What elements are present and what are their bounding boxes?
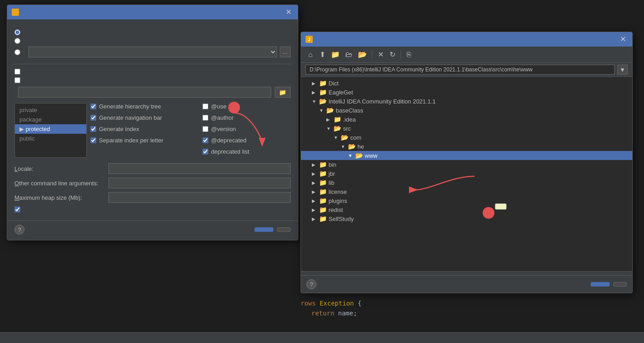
javadoc-close-button[interactable]: ✕: [284, 8, 293, 17]
locale-row: Locale:: [14, 163, 291, 174]
link-jdk-checkbox[interactable]: [14, 77, 20, 83]
include-jdk-checkbox[interactable]: [14, 69, 20, 75]
status-bar: [0, 332, 644, 343]
browse-ok-button[interactable]: [591, 282, 610, 287]
javadoc-ok-button[interactable]: [254, 227, 273, 232]
tree-label-jbr: jbr: [329, 170, 335, 177]
visibility-list[interactable]: private package protected public: [14, 103, 87, 158]
gen-index-checkbox[interactable]: [90, 126, 96, 132]
custom-scope-select[interactable]: [28, 47, 277, 57]
checks-col-2: @use @author @version @deprecated deprec…: [202, 103, 293, 158]
use-row: @use: [202, 103, 293, 110]
deprecated-list-label: deprecated list: [211, 148, 249, 155]
tree-label-bin: bin: [329, 161, 336, 168]
tree-arrow-idea: ▶: [326, 117, 332, 122]
output-dir-input[interactable]: [18, 87, 271, 98]
open-browser-row: [14, 207, 291, 212]
delete-button[interactable]: ✕: [376, 49, 385, 60]
link-jdk-row: [14, 77, 291, 83]
tree-item-plugins[interactable]: ▶ 📁 plugins: [301, 196, 632, 205]
folder-icon-www: 📂: [355, 152, 363, 159]
tree-label-com: com: [350, 134, 362, 141]
return-keyword: return: [311, 310, 338, 317]
tree-arrow-he: ▼: [341, 144, 346, 149]
tree-item-redist[interactable]: ▶ 📁 redist: [301, 205, 632, 214]
up-button[interactable]: ⬆: [317, 49, 327, 60]
author-checkbox[interactable]: [202, 115, 208, 121]
tree-item-dict[interactable]: ▶ 📁 Dict: [301, 79, 632, 88]
folder-icon-com: 📂: [341, 134, 348, 141]
tree-item-www[interactable]: ▼ 📂 www: [301, 151, 632, 160]
tree-item-idea[interactable]: ▶ 📁 .idea: [301, 115, 632, 124]
tree-item-eagleget[interactable]: ▶ 📁 EagleGet: [301, 88, 632, 97]
tree-item-baseclass[interactable]: ▼ 📂 baseClass: [301, 106, 632, 115]
vis-public[interactable]: public: [15, 134, 86, 143]
tree-arrow-bin: ▶: [312, 162, 317, 167]
open-browser-checkbox[interactable]: [14, 207, 20, 212]
tree-item-src[interactable]: ▼ 📂 src: [301, 124, 632, 133]
tree-label-redist: redist: [329, 207, 343, 213]
refresh-button-1[interactable]: 🗁: [343, 50, 354, 60]
output-dir-browse-button[interactable]: 📁: [275, 87, 291, 98]
javadoc-help-button[interactable]: ?: [14, 225, 24, 235]
tree-arrow-www: ▼: [348, 153, 353, 158]
deprecated-list-row: deprecated list: [202, 148, 293, 155]
vis-private[interactable]: private: [15, 105, 86, 115]
tree-item-license[interactable]: ▶ 📁 license: [301, 187, 632, 196]
javadoc-cancel-button[interactable]: [277, 227, 291, 232]
tree-arrow-plugins: ▶: [312, 198, 317, 203]
new-folder-button[interactable]: 📁: [329, 49, 342, 60]
whole-project-radio[interactable]: [14, 29, 20, 35]
gen-navbar-checkbox[interactable]: [90, 115, 96, 121]
tree-item-com[interactable]: ▼ 📂 com: [301, 133, 632, 142]
new-folder-2[interactable]: 📂: [356, 49, 369, 60]
tree-item-selfstudy[interactable]: ▶ 📁 SelfStudy: [301, 214, 632, 223]
tree-arrow-license: ▶: [312, 189, 317, 194]
gen-navbar-row: Generate navigation bar: [90, 114, 199, 121]
browse-help-button[interactable]: ?: [306, 279, 316, 289]
custom-scope-radio[interactable]: [14, 49, 20, 55]
folder-icon-idea: 📁: [334, 116, 341, 123]
folder-icon-src: 📂: [334, 125, 341, 132]
version-checkbox[interactable]: [202, 126, 208, 132]
tree-item-lib[interactable]: ▶ 📁 lib: [301, 178, 632, 187]
path-input[interactable]: [306, 65, 615, 75]
gen-hierarchy-checkbox[interactable]: [90, 103, 96, 109]
folder-icon-he: 📂: [348, 143, 356, 150]
locale-input[interactable]: [108, 163, 291, 174]
browse-close-button[interactable]: ✕: [618, 35, 628, 44]
tree-label-intellij: IntelliJ IDEA Community Edition 2021.1.1: [329, 98, 436, 105]
tree-arrow-src: ▼: [326, 126, 332, 131]
use-checkbox[interactable]: [202, 103, 208, 109]
custom-scope-extra-button[interactable]: ...: [280, 47, 291, 57]
deprecated-list-checkbox[interactable]: [202, 149, 208, 155]
file-tree[interactable]: ▶ 📁 Dict ▶ 📁 EagleGet ▼ 📂 IntelliJ IDEA …: [301, 77, 632, 271]
return-line: return name;: [301, 308, 644, 318]
toolbar-sep-2: [400, 50, 401, 59]
path-bar: ▼: [301, 63, 632, 77]
sep-index-checkbox[interactable]: [90, 137, 96, 143]
vis-protected[interactable]: protected: [15, 124, 86, 134]
vis-package[interactable]: package: [15, 115, 86, 124]
tree-item-bin[interactable]: ▶ 📁 bin: [301, 160, 632, 169]
refresh-button[interactable]: ↻: [387, 49, 397, 60]
browse-cancel-button[interactable]: [613, 282, 627, 287]
tree-label-selfstudy: SelfStudy: [329, 216, 354, 222]
author-row: @author: [202, 114, 293, 121]
tree-item-jbr[interactable]: ▶ 📁 jbr: [301, 169, 632, 178]
max-heap-input[interactable]: [108, 192, 291, 203]
tree-item-he[interactable]: ▼ 📂 he: [301, 142, 632, 151]
options-grid: private package protected public Generat…: [14, 103, 291, 158]
home-button[interactable]: ⌂: [306, 50, 315, 60]
output-dir-row: 📁: [14, 87, 291, 98]
tree-item-intellij[interactable]: ▼ 📂 IntelliJ IDEA Community Edition 2021…: [301, 97, 632, 106]
path-dropdown-button[interactable]: ▼: [617, 65, 628, 75]
tree-label-baseclass: baseClass: [336, 107, 363, 114]
exception-word: Exception: [320, 300, 354, 307]
deprecated-checkbox[interactable]: [202, 137, 208, 143]
browse-toolbar: ⌂ ⬆ 📁 🗁 📂 ✕ ↻ ⎘: [301, 47, 632, 63]
file-radio[interactable]: [14, 38, 20, 44]
copy-button[interactable]: ⎘: [404, 50, 414, 60]
other-args-input[interactable]: [108, 178, 291, 188]
code-bottom: rows Exception { return name;: [301, 298, 644, 318]
